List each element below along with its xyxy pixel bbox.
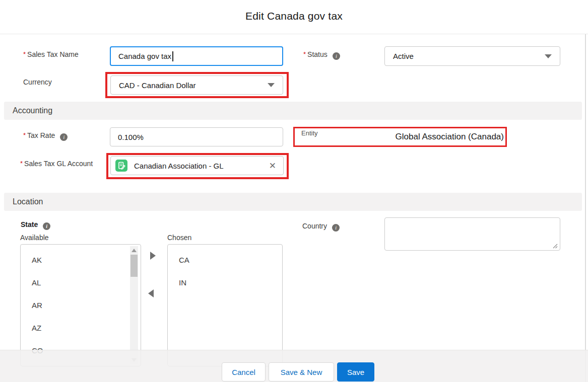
tax-rate-label: *Tax Rate	[23, 131, 68, 141]
state-available-listbox[interactable]: AK AL AR AZ CO	[20, 244, 141, 366]
section-accounting: Accounting	[4, 102, 582, 120]
sales-tax-name-value: Canada gov tax	[118, 52, 171, 60]
dialog-title: Edit Canada gov tax	[0, 10, 588, 22]
list-item[interactable]: AK	[21, 249, 141, 271]
header-divider	[0, 34, 588, 34]
currency-label: Currency	[23, 78, 52, 86]
gl-account-icon	[115, 160, 127, 172]
save-and-new-button[interactable]: Save & New	[269, 362, 334, 381]
dialog-right-border	[585, 34, 586, 382]
save-button[interactable]: Save	[337, 362, 374, 381]
scroll-up-icon[interactable]	[132, 249, 137, 252]
state-label: State	[21, 220, 50, 230]
required-asterisk: *	[23, 131, 26, 139]
list-item[interactable]: AL	[21, 271, 141, 294]
move-to-chosen-button[interactable]	[150, 252, 156, 260]
tax-rate-value: 0.100%	[118, 133, 144, 141]
info-icon[interactable]	[43, 222, 50, 230]
status-selected-value: Active	[393, 52, 414, 60]
entity-value: Global Association (Canada)	[396, 132, 505, 142]
entity-label: Entity	[295, 128, 318, 137]
required-asterisk: *	[23, 50, 26, 58]
state-chosen-listbox[interactable]: CA IN	[167, 244, 283, 366]
list-item[interactable]: AZ	[21, 317, 141, 339]
gl-account-pill[interactable]: Canadian Association - GL	[110, 156, 284, 175]
gl-account-label: *Sales Tax GL Account	[20, 158, 96, 170]
chevron-down-icon	[545, 54, 552, 58]
required-asterisk: *	[303, 50, 306, 58]
gl-account-value: Canadian Association - GL	[134, 162, 269, 170]
scrollbar-thumb[interactable]	[130, 255, 138, 277]
list-item[interactable]: IN	[168, 271, 282, 294]
scrollbar[interactable]	[130, 246, 138, 364]
info-icon[interactable]	[332, 224, 340, 232]
resize-handle-icon[interactable]	[552, 243, 558, 249]
cancel-button[interactable]: Cancel	[222, 362, 266, 381]
status-select[interactable]: Active	[384, 46, 560, 66]
text-cursor	[172, 51, 173, 61]
country-label: Country	[302, 222, 340, 232]
close-icon[interactable]	[269, 162, 276, 170]
sales-tax-name-input[interactable]: Canada gov tax	[110, 46, 283, 66]
chevron-down-icon	[268, 83, 275, 87]
available-options: AK AL AR AZ CO	[21, 245, 141, 362]
country-textarea[interactable]	[384, 217, 560, 251]
tax-rate-input[interactable]: 0.100%	[110, 127, 283, 146]
move-to-available-button[interactable]	[148, 289, 154, 297]
available-label: Available	[20, 234, 49, 242]
info-icon[interactable]	[60, 133, 68, 141]
list-item[interactable]: CA	[168, 249, 282, 271]
section-location: Location	[4, 193, 582, 211]
info-icon[interactable]	[333, 52, 340, 60]
chosen-label: Chosen	[167, 234, 191, 242]
currency-select[interactable]: CAD - Canadian Dollar	[110, 75, 283, 95]
dialog-footer: Cancel Save & New Save	[0, 350, 588, 382]
edit-sales-tax-dialog: Edit Canada gov tax *Sales Tax Name Cana…	[0, 0, 588, 382]
chosen-options: CA IN	[168, 245, 282, 294]
entity-field: Entity Global Association (Canada)	[295, 128, 505, 145]
list-item[interactable]: AR	[21, 294, 141, 317]
currency-selected-value: CAD - Canadian Dollar	[119, 81, 196, 90]
status-label: *Status	[303, 50, 340, 60]
required-asterisk: *	[20, 160, 23, 167]
sales-tax-name-label: *Sales Tax Name	[23, 50, 79, 58]
